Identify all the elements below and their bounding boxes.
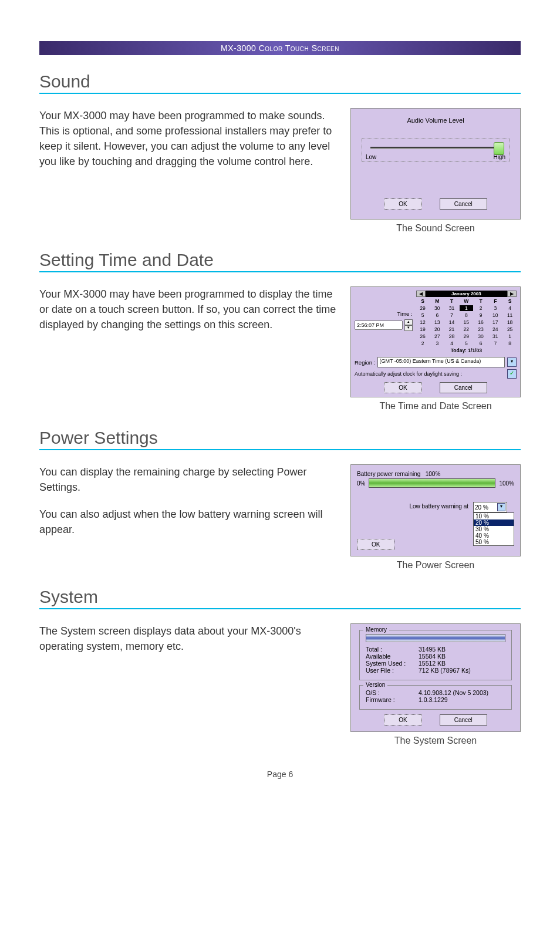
cal-day[interactable]: 18 — [503, 319, 517, 325]
power-ok-button[interactable]: OK — [357, 539, 394, 550]
low-battery-option[interactable]: 50 % — [474, 539, 514, 545]
cal-day[interactable]: 16 — [474, 319, 488, 325]
low-battery-option[interactable]: 20 % — [474, 519, 514, 526]
system-panel: Memory Total :31495 KB Available15584 KB… — [350, 623, 521, 732]
cal-day[interactable]: 6 — [474, 340, 488, 346]
time-body: Your MX-3000 may have been programmed to… — [39, 286, 339, 332]
cal-day[interactable]: 11 — [503, 312, 517, 318]
low-battery-option[interactable]: 10 % — [474, 513, 514, 519]
time-panel: Time : ▲ ▼ ◀ January 2003 — [350, 286, 521, 397]
page-header: MX-3000 Color Touch Screen — [39, 41, 521, 55]
cal-day[interactable]: 2 — [416, 340, 430, 346]
cal-day[interactable]: 23 — [474, 326, 488, 332]
cal-day[interactable]: 8 — [460, 312, 473, 318]
sound-ok-button[interactable]: OK — [384, 198, 421, 210]
cal-day[interactable]: 5 — [416, 312, 430, 318]
mem-sys-k: System Used : — [366, 660, 419, 667]
dropdown-icon[interactable]: ▾ — [497, 503, 505, 511]
fw-v: 1.0.3.1229 — [419, 696, 448, 703]
cal-day[interactable]: 31 — [445, 305, 458, 311]
power-panel: Battery power remaining 100% 0% 100% Low… — [350, 464, 521, 556]
cal-day[interactable]: 28 — [445, 333, 458, 339]
cal-day[interactable]: 12 — [416, 319, 430, 325]
mem-total-v: 31495 KB — [419, 646, 446, 653]
system-cancel-button[interactable]: Cancel — [440, 714, 487, 726]
cal-dow: F — [488, 298, 502, 304]
sound-body: Your MX-3000 may have been programmed to… — [39, 108, 339, 169]
dst-checkbox[interactable]: ✓ — [507, 369, 517, 379]
cal-day[interactable]: 13 — [430, 319, 444, 325]
cal-month-label: January 2003 — [426, 291, 507, 296]
low-battery-label: Low battery warning at — [409, 502, 468, 510]
cal-day[interactable]: 4 — [503, 305, 517, 311]
cal-day[interactable]: 26 — [416, 333, 430, 339]
cal-day[interactable]: 14 — [445, 319, 458, 325]
sound-caption: The Sound Screen — [396, 223, 474, 234]
low-battery-option[interactable]: 40 % — [474, 532, 514, 539]
time-cancel-button[interactable]: Cancel — [440, 382, 487, 393]
power-body-1: You can display the remaining charge by … — [39, 464, 339, 495]
cal-day[interactable]: 22 — [460, 326, 473, 332]
cal-day[interactable]: 10 — [488, 312, 502, 318]
cal-day[interactable]: 25 — [503, 326, 517, 332]
cal-day[interactable]: 19 — [416, 326, 430, 332]
system-body: The System screen displays data about yo… — [39, 623, 339, 654]
cal-day[interactable]: 3 — [430, 340, 444, 346]
time-spin-down[interactable]: ▼ — [404, 325, 413, 331]
low-battery-selected: 20 % — [475, 504, 488, 511]
cal-dow: W — [460, 298, 473, 304]
cal-day[interactable]: 5 — [460, 340, 473, 346]
volume-thumb[interactable] — [494, 142, 504, 155]
system-ok-button[interactable]: OK — [384, 714, 421, 726]
power-caption: The Power Screen — [397, 560, 475, 571]
time-spin-up[interactable]: ▲ — [404, 319, 413, 325]
time-ok-button[interactable]: OK — [384, 382, 421, 393]
volume-slider[interactable]: Low High — [362, 138, 510, 162]
section-heading-sound: Sound — [39, 72, 521, 94]
cal-day[interactable]: 15 — [460, 319, 473, 325]
cal-day[interactable]: 17 — [488, 319, 502, 325]
cal-day[interactable]: 9 — [474, 312, 488, 318]
section-heading-power: Power Settings — [39, 428, 521, 450]
system-caption: The System Screen — [394, 736, 477, 746]
calendar[interactable]: ◀ January 2003 ▶ SMTWTFS2930311234567891… — [416, 291, 517, 353]
region-dropdown-icon[interactable]: ▾ — [507, 357, 517, 367]
mem-avail-v: 15584 KB — [419, 653, 446, 660]
region-select[interactable]: (GMT -05:00) Eastern Time (US & Canada) — [377, 357, 505, 367]
mem-sys-v: 15512 KB — [419, 660, 446, 667]
time-input[interactable] — [355, 321, 403, 330]
cal-dow: S — [503, 298, 517, 304]
cal-day[interactable]: 30 — [430, 305, 444, 311]
cal-day[interactable]: 8 — [503, 340, 517, 346]
cal-day[interactable]: 1 — [460, 305, 473, 311]
cal-day[interactable]: 29 — [416, 305, 430, 311]
battery-remaining-value: 100% — [426, 471, 441, 477]
cal-next-button[interactable]: ▶ — [507, 291, 517, 297]
cal-day[interactable]: 7 — [488, 340, 502, 346]
version-legend: Version — [363, 682, 387, 688]
cal-day[interactable]: 24 — [488, 326, 502, 332]
fw-k: Firmware : — [366, 696, 419, 703]
cal-day[interactable]: 2 — [474, 305, 488, 311]
cal-day[interactable]: 6 — [430, 312, 444, 318]
low-battery-option[interactable]: 30 % — [474, 526, 514, 532]
cal-dow: T — [474, 298, 488, 304]
cal-day[interactable]: 3 — [488, 305, 502, 311]
cal-day[interactable]: 7 — [445, 312, 458, 318]
low-battery-select[interactable]: 20 % ▾ — [473, 502, 507, 512]
cal-dow: T — [445, 298, 458, 304]
low-battery-options[interactable]: 10 %20 %30 %40 %50 % — [473, 512, 514, 546]
cal-day[interactable]: 29 — [460, 333, 473, 339]
cal-day[interactable]: 20 — [430, 326, 444, 332]
cal-day[interactable]: 1 — [503, 333, 517, 339]
section-heading-system: System — [39, 587, 521, 609]
cal-day[interactable]: 30 — [474, 333, 488, 339]
cal-prev-button[interactable]: ◀ — [416, 291, 426, 297]
mem-total-k: Total : — [366, 646, 419, 653]
slider-low-label: Low — [366, 154, 376, 160]
cal-day[interactable]: 27 — [430, 333, 444, 339]
sound-cancel-button[interactable]: Cancel — [440, 198, 487, 210]
cal-day[interactable]: 4 — [445, 340, 458, 346]
cal-day[interactable]: 21 — [445, 326, 458, 332]
cal-day[interactable]: 31 — [488, 333, 502, 339]
